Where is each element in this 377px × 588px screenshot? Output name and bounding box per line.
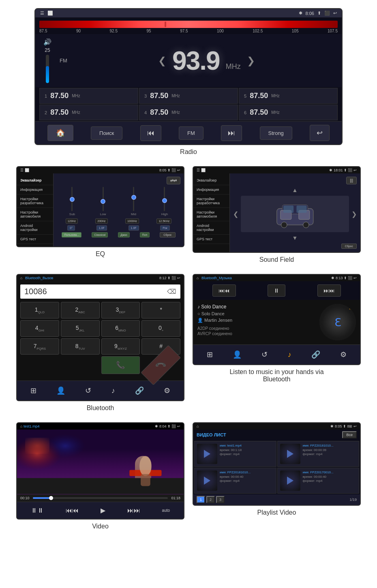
eq-val-0[interactable]: 0° <box>67 225 75 231</box>
eq-preset-pop[interactable]: Поп <box>140 232 150 237</box>
vid-seekbar[interactable] <box>33 497 168 499</box>
eq-freq-200[interactable]: 200Hz <box>95 218 107 224</box>
bt-tool-link[interactable]: 🔗 <box>133 384 146 397</box>
eq-menu-car[interactable]: Настройки автомобиля <box>17 208 53 221</box>
sf-menu-android[interactable]: Android настройки <box>193 221 229 235</box>
sf-menu-gps[interactable]: GPS тест <box>193 235 229 244</box>
vid-progress-bar: 00:10 01:18 <box>17 494 184 502</box>
search-button[interactable]: Поиск <box>91 126 122 140</box>
preset-5[interactable]: 5 87.50 MHz <box>239 88 338 104</box>
sf-menu-dev[interactable]: Настройки разработчика <box>193 195 229 208</box>
bt-tool-music[interactable]: ♪ <box>109 385 117 397</box>
bt-call-btn[interactable]: 📞 <box>101 356 140 374</box>
vid-prev-btn[interactable]: ⏮⏮ <box>64 505 80 516</box>
vid-next-btn[interactable]: ⏭⏭ <box>126 505 142 516</box>
sf-menu-equalizer[interactable]: Эквалайзер <box>193 176 229 185</box>
eq-val-rok[interactable]: Рок <box>160 225 169 231</box>
home-button[interactable]: 🏠 <box>47 125 73 141</box>
preset-3[interactable]: 3 87.50 MHz <box>139 88 238 104</box>
pl-tab-all[interactable]: Все <box>342 431 357 438</box>
eq-menu-info[interactable]: Информация <box>17 185 53 195</box>
sf-eq-icon-btn[interactable]: ||| <box>346 177 357 184</box>
eq-preset-icon-btn[interactable]: ⇄⇄ <box>167 177 180 184</box>
pl-screen: ⌂ ✱ 8:05 ⬆ 8⊞ ↩ ВИДЕО ЛИСТ Все <box>193 422 361 506</box>
next-button[interactable]: ⏭ <box>221 125 242 141</box>
btm-tool-music-active[interactable]: ♪ <box>286 349 293 361</box>
eq-slider-high: High <box>161 187 168 216</box>
bt-key-2[interactable]: 2ABC <box>61 302 100 319</box>
bt-key-3[interactable]: 3DEF <box>101 302 140 319</box>
sf-menu-car[interactable]: Настройки автомобиля <box>193 208 229 221</box>
eq-freq-1000[interactable]: 1000Hz <box>125 218 139 224</box>
btm-prev-btn[interactable]: ⏮⏮ <box>212 284 236 297</box>
prev-button[interactable]: ⏮ <box>140 125 161 141</box>
bt-tool-calls[interactable]: ↺ <box>83 384 93 397</box>
bt-backspace-btn[interactable]: ⌫ <box>167 288 176 295</box>
bt-key-4[interactable]: 4GHI <box>20 320 59 337</box>
btm-nav-icons: ⬆ ⬛ ↩ <box>344 276 357 280</box>
bt-key-8[interactable]: 8TUV <box>61 338 100 355</box>
eq-sidebar: Эквалайзер Информация Настройки разработ… <box>17 173 54 246</box>
bt-key-5[interactable]: 5JKL <box>61 320 100 337</box>
freq-left-arrow[interactable]: ❮ <box>158 55 166 66</box>
frequency-bar[interactable] <box>39 21 338 28</box>
bt-key-6[interactable]: 6MNO <box>101 320 140 337</box>
eq-preset-user[interactable]: Пользова... <box>62 232 81 237</box>
bt-key-7[interactable]: 7PQRS <box>20 338 59 355</box>
strong-button[interactable]: Strong <box>260 126 292 140</box>
pl-page-2[interactable]: 2 <box>206 496 215 503</box>
eq-reset-btn[interactable]: Сброс <box>160 232 175 237</box>
back-button[interactable]: ↩ <box>310 125 330 141</box>
btm-next-btn[interactable]: ⏭⏭ <box>317 284 341 297</box>
preset-1[interactable]: 1 87.50 MHz <box>39 88 138 104</box>
bt-key-star[interactable]: * <box>141 302 180 319</box>
sf-menu-info[interactable]: Информация <box>193 185 229 195</box>
pl-page-1[interactable]: 1 <box>197 496 205 503</box>
eq-menu-gps[interactable]: GPS тест <box>17 235 53 244</box>
bt-key-1[interactable]: 1QLD <box>20 302 59 319</box>
pl-item-3[interactable]: имя: FPZ20181010... время: 00:00:40 форм… <box>194 468 276 494</box>
freq-right-arrow[interactable]: ❯ <box>247 55 255 66</box>
btm-tool-settings[interactable]: ⚙ <box>338 348 349 361</box>
volume-bar[interactable] <box>46 55 49 83</box>
eq-menu-android[interactable]: Android настройки <box>17 221 53 235</box>
btm-tool-calls[interactable]: ↺ <box>259 348 270 361</box>
preset-4[interactable]: 4 87.50 MHz <box>139 105 238 120</box>
bt-tool-settings[interactable]: ⚙ <box>162 384 172 397</box>
fm-button[interactable]: FM <box>179 126 203 140</box>
vid-settings-btn[interactable]: ⏸⏸ <box>29 505 45 516</box>
eq-preset-classical[interactable]: Classical <box>92 232 108 237</box>
pl-grid: имя: test1.mp4 время: 00:1:18 формат: mp… <box>193 440 360 494</box>
btm-a2dp-status: A2DP соединено AVRCP соединено <box>197 326 315 336</box>
pl-item-4[interactable]: имя: FPZ20170010... время: 00:00:40 форм… <box>277 468 360 494</box>
eq-menu-equalizer[interactable]: Эквалайзер <box>17 176 53 185</box>
sf-down-arrow[interactable]: ▼ <box>233 235 357 241</box>
pl-item-2[interactable]: имя: FPZ20181010... время: 00:00:39 форм… <box>277 441 360 467</box>
bt-key-0plus[interactable]: 0+ <box>141 320 180 337</box>
eq-menu-dev[interactable]: Настройки разработчика <box>17 195 53 208</box>
btm-pause-btn[interactable]: ⏸ <box>268 284 285 297</box>
sf-right-arrow[interactable]: ❯ <box>351 210 357 218</box>
sf-up-arrow[interactable]: ▲ <box>233 187 357 193</box>
pl-page-3[interactable]: 3 <box>216 496 225 503</box>
eq-freq-12k[interactable]: 12.5KHz <box>156 218 171 224</box>
bt-tool-keypad[interactable]: ⊞ <box>28 384 39 397</box>
eq-val-2[interactable]: 1.0F <box>129 225 139 231</box>
bt-body: 10086 ⌫ 1QLD 2ABC 3DEF * 4GHI 5JKL 6MNO … <box>17 281 184 381</box>
eq-val-1[interactable]: 1.0F <box>96 225 107 231</box>
btm-tool-contacts[interactable]: 👤 <box>231 348 244 361</box>
bt-key-9[interactable]: 9WXYZ <box>101 338 140 355</box>
bluetooth-row: ⌂ Bluetooth_Вызов 8:12 ⬆ ⬛ ↩ 10086 ⌫ 1QL… <box>6 274 371 418</box>
vid-play-btn[interactable]: ▶ <box>99 505 107 516</box>
pl-item-1[interactable]: имя: test1.mp4 время: 00:1:18 формат: mp… <box>194 441 276 467</box>
btm-tool-keypad[interactable]: ⊞ <box>205 348 215 361</box>
btm-tool-link[interactable]: 🔗 <box>309 348 322 361</box>
sf-reset-btn[interactable]: Сброс <box>341 244 357 249</box>
sf-car-area: ❮ <box>233 196 357 232</box>
bt-tool-contacts[interactable]: 👤 <box>54 384 67 397</box>
eq-preset-jazz[interactable]: Джаз <box>118 232 129 237</box>
sf-left-arrow[interactable]: ❮ <box>233 210 238 218</box>
eq-freq-120[interactable]: 120Hz <box>66 218 78 224</box>
preset-6[interactable]: 6 87.50 MHz <box>239 105 338 120</box>
preset-2[interactable]: 2 87.50 MHz <box>39 105 138 120</box>
